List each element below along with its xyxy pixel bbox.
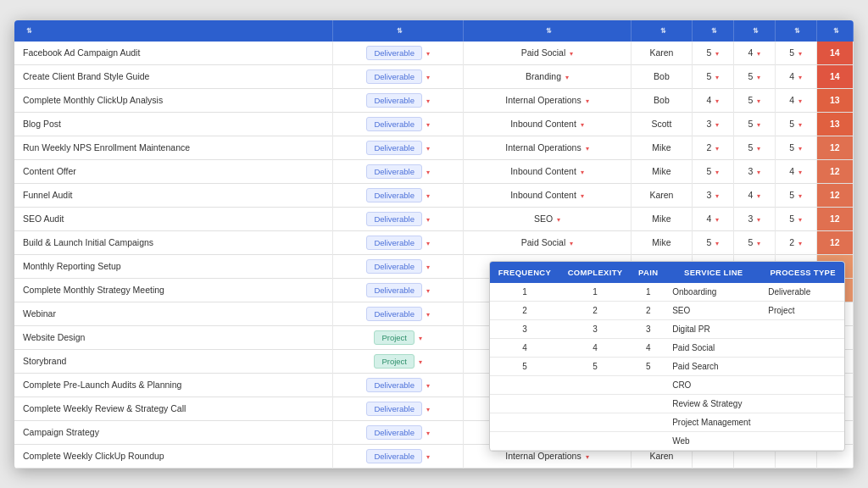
legend-cell-processtype	[761, 319, 844, 338]
dropdown-arrow[interactable]: ▾	[426, 406, 430, 413]
col-header-serviceline[interactable]: ⇅	[464, 20, 632, 42]
dropdown-arrow[interactable]: ▾	[557, 216, 560, 224]
dropdown-arrow[interactable]: ▾	[798, 97, 802, 105]
dropdown-arrow[interactable]: ▾	[757, 240, 760, 247]
dropdown-arrow[interactable]: ▾	[715, 74, 719, 81]
legend-cell-processtype: Project	[761, 301, 844, 319]
col-header-name[interactable]: ⇅	[14, 20, 333, 42]
dropdown-arrow[interactable]: ▾	[426, 240, 430, 247]
dropdown-arrow[interactable]: ▾	[426, 169, 430, 176]
dropdown-arrow[interactable]: ▾	[757, 121, 760, 129]
dropdown-arrow[interactable]: ▾	[426, 216, 430, 224]
dropdown-arrow[interactable]: ▾	[426, 263, 430, 271]
dropdown-arrow[interactable]: ▾	[581, 192, 584, 200]
dropdown-arrow[interactable]: ▾	[426, 287, 430, 295]
dropdown-arrow[interactable]: ▾	[426, 74, 430, 81]
sort-icon-serviceline[interactable]: ⇅	[546, 27, 553, 35]
dropdown-arrow[interactable]: ▾	[715, 50, 719, 58]
sort-icon-name[interactable]: ⇅	[26, 27, 33, 35]
dropdown-arrow[interactable]: ▾	[715, 145, 719, 152]
legend-cell-serviceline: SEO	[665, 301, 761, 319]
dropdown-arrow[interactable]: ▾	[426, 50, 430, 58]
cell-name: Campaign Strategy	[14, 420, 333, 444]
col-header-pointperson[interactable]: ⇅	[631, 20, 692, 42]
dropdown-arrow[interactable]: ▾	[715, 169, 719, 176]
dropdown-arrow[interactable]: ▾	[426, 453, 430, 461]
col-header-docneeds[interactable]: ⇅	[733, 20, 775, 42]
dropdown-arrow[interactable]: ▾	[798, 145, 802, 152]
dropdown-arrow[interactable]: ▾	[581, 121, 584, 129]
dropdown-arrow[interactable]: ▾	[426, 192, 430, 200]
legend-row: Review & Strategy	[490, 394, 844, 413]
dropdown-arrow[interactable]: ▾	[426, 121, 430, 129]
legend-cell-freq: 3	[490, 319, 559, 338]
col-header-score[interactable]: ⇅	[816, 20, 853, 42]
cell-name: Storybrand	[14, 349, 333, 373]
cell-docneeds: 4 ▾	[733, 183, 775, 207]
dropdown-arrow[interactable]: ▾	[798, 216, 802, 224]
sort-icon-frequency[interactable]: ⇅	[711, 27, 718, 35]
dropdown-arrow[interactable]: ▾	[757, 97, 760, 105]
dropdown-arrow[interactable]: ▾	[419, 335, 422, 342]
legend-cell-processtype	[761, 357, 844, 375]
dropdown-arrow[interactable]: ▾	[757, 145, 760, 152]
sort-icon-processtype[interactable]: ⇅	[397, 27, 403, 35]
dropdown-arrow[interactable]: ▾	[798, 240, 802, 247]
legend-cell-complexity	[559, 394, 631, 413]
dropdown-arrow[interactable]: ▾	[586, 145, 589, 152]
dropdown-arrow[interactable]: ▾	[757, 192, 760, 200]
dropdown-arrow[interactable]: ▾	[798, 74, 802, 81]
col-header-processtype[interactable]: ⇅	[333, 20, 464, 42]
dropdown-arrow[interactable]: ▾	[586, 97, 589, 105]
dropdown-arrow[interactable]: ▾	[715, 216, 719, 224]
dropdown-arrow[interactable]: ▾	[757, 74, 760, 81]
legend-cell-complexity: 3	[559, 319, 631, 338]
sort-icon-docneeds[interactable]: ⇅	[753, 27, 760, 35]
process-badge: Deliverable	[366, 164, 422, 179]
cell-docneeds: 5 ▾	[733, 112, 775, 136]
header-row: ⇅ ⇅ ⇅	[14, 20, 854, 42]
cell-score: 12	[816, 183, 853, 207]
table-row: Run Weekly NPS Enrollment Maintenance De…	[14, 136, 854, 159]
dropdown-arrow[interactable]: ▾	[565, 74, 569, 81]
dropdown-arrow[interactable]: ▾	[426, 382, 430, 390]
dropdown-arrow[interactable]: ▾	[715, 97, 719, 105]
col-header-frequency[interactable]: ⇅	[693, 20, 734, 42]
cell-name: Run Weekly NPS Enrollment Maintenance	[14, 136, 333, 159]
dropdown-arrow[interactable]: ▾	[798, 121, 802, 129]
dropdown-arrow[interactable]: ▾	[757, 216, 760, 224]
sort-icon-score[interactable]: ⇅	[833, 27, 840, 35]
dropdown-arrow[interactable]: ▾	[426, 145, 430, 152]
dropdown-arrow[interactable]: ▾	[426, 430, 430, 437]
dropdown-arrow[interactable]: ▾	[757, 50, 760, 58]
cell-pointperson: Scott	[631, 112, 692, 136]
process-badge: Deliverable	[366, 93, 422, 108]
legend-row: Project Management	[490, 413, 844, 431]
dropdown-arrow[interactable]: ▾	[426, 97, 430, 105]
dropdown-arrow[interactable]: ▾	[757, 169, 760, 176]
cell-pointperson: Mike	[631, 136, 692, 159]
cell-name: Blog Post	[14, 112, 333, 136]
dropdown-arrow[interactable]: ▾	[715, 192, 719, 200]
dropdown-arrow[interactable]: ▾	[798, 169, 802, 176]
dropdown-arrow[interactable]: ▾	[715, 121, 719, 129]
dropdown-arrow[interactable]: ▾	[570, 240, 573, 247]
legend-header-row: FREQUENCY COMPLEXITY PAIN SERVICE LINE P…	[490, 262, 844, 283]
process-badge: Deliverable	[366, 259, 422, 274]
cell-frequency: 3 ▾	[693, 183, 734, 207]
cell-pointperson: Mike	[631, 159, 692, 183]
dropdown-arrow[interactable]: ▾	[570, 50, 573, 58]
dropdown-arrow[interactable]: ▾	[798, 50, 802, 58]
dropdown-arrow[interactable]: ▾	[798, 192, 802, 200]
cell-name: Webinar	[14, 302, 333, 325]
dropdown-arrow[interactable]: ▾	[426, 311, 430, 319]
legend-cell-complexity	[559, 413, 631, 431]
dropdown-arrow[interactable]: ▾	[581, 169, 584, 176]
dropdown-arrow[interactable]: ▾	[586, 453, 589, 461]
dropdown-arrow[interactable]: ▾	[715, 240, 719, 247]
sort-icon-pain[interactable]: ⇅	[794, 27, 801, 35]
cell-name: Complete Pre-Launch Audits & Planning	[14, 373, 333, 396]
col-header-pain[interactable]: ⇅	[775, 20, 816, 42]
sort-icon-pointperson[interactable]: ⇅	[660, 27, 667, 35]
dropdown-arrow[interactable]: ▾	[419, 358, 422, 366]
